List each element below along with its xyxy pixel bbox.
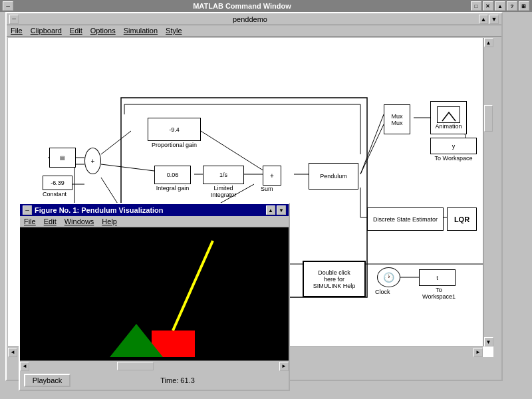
pendulum-label: Pendulum (320, 173, 347, 180)
vscroll-down[interactable]: ▼ (484, 337, 493, 346)
playback-button[interactable]: Playback (24, 374, 70, 387)
fig-hscroll-right[interactable]: ► (279, 362, 289, 371)
int-gain-value: 0.06 (167, 172, 179, 178)
figure-title: Figure No. 1: Pendulum Visualization (35, 206, 266, 214)
fig-hscroll-thumb[interactable] (117, 362, 154, 370)
dse-label: Discrete State Estimator (373, 216, 438, 223)
penddemo-minimize[interactable]: ▲ (479, 15, 488, 24)
dse-block[interactable]: Discrete State Estimator (367, 207, 444, 231)
penddemo-title: penddemo (21, 15, 479, 23)
penddemo-outer-bar: ─ penddemo ▲ ▼ (7, 13, 501, 25)
to-workspace-label: To Workspace (430, 155, 477, 162)
fig-hscroll-track (29, 361, 279, 371)
hscroll-left[interactable]: ◄ (8, 348, 17, 357)
vscroll-track (483, 47, 493, 337)
animation-label: Animation (435, 123, 462, 130)
sum2-label: Sum (261, 186, 273, 192)
pendulum-block[interactable]: Pendulum (309, 163, 358, 190)
to-workspace-block[interactable]: y (430, 138, 477, 154)
clock-label: Clock (375, 289, 390, 295)
input-port-block: ▤ (49, 148, 76, 168)
clock-block[interactable]: 🕐 (377, 267, 400, 287)
matlab-title-bar: ─ MATLAB Command Window □ ✕ ▲ ? ⊞ (0, 0, 532, 12)
limited-integrator-block[interactable]: 1/s (203, 166, 244, 184)
restore-icon[interactable]: □ (471, 1, 481, 11)
simulink-help-block[interactable]: Double click here for SIMULINK Help (303, 261, 366, 297)
constant-value: -6.39 (51, 180, 65, 186)
pendulum-rod (173, 241, 213, 331)
to-workspace1-block[interactable]: t (419, 269, 456, 286)
icon1: ▲ (495, 1, 505, 11)
menu-clipboard[interactable]: Clipboard (31, 27, 62, 35)
figure-bottom-bar: Playback Time: 61.3 (20, 371, 289, 390)
fig-hscroll[interactable]: ◄ ► (20, 360, 289, 371)
lqr-block[interactable]: LQR (447, 207, 477, 231)
menu-file[interactable]: File (11, 27, 23, 35)
limited-integrator-label: Limited Integrator (203, 185, 244, 198)
hscroll-right[interactable]: ► (473, 348, 483, 357)
to-workspace1-label: To Workspace1 (419, 287, 459, 300)
figure-titlebar: ─ Figure No. 1: Pendulum Visualization ▲… (20, 204, 289, 216)
figure-sys-btn[interactable]: ─ (23, 205, 32, 215)
penddemo-sys-btn[interactable]: ─ (9, 15, 19, 24)
menu-options[interactable]: Options (90, 27, 116, 35)
lqr-label: LQR (454, 215, 469, 223)
svg-line-2 (101, 131, 131, 154)
penddemo-menubar: File Clipboard Edit Options Simulation S… (7, 25, 501, 37)
proportional-gain-label: Proportional gain (148, 142, 201, 148)
vscroll-thumb[interactable] (484, 105, 493, 132)
vscroll-up[interactable]: ▲ (484, 38, 493, 47)
figure-min[interactable]: ▲ (266, 205, 275, 215)
close-icon[interactable]: ✕ (483, 1, 493, 11)
menu-style[interactable]: Style (166, 27, 182, 35)
sum1-block: + (84, 148, 101, 174)
proportional-gain-block[interactable]: -9.4 (148, 118, 201, 141)
svg-line-10 (360, 124, 384, 174)
integral-gain-block[interactable]: 0.06 (154, 166, 191, 184)
figure-menubar: File Edit Windows Help (20, 216, 289, 227)
animation-block[interactable]: Animation (430, 101, 467, 134)
fig-hscroll-left[interactable]: ◄ (20, 362, 29, 371)
figure-max[interactable]: ▼ (277, 205, 286, 215)
fig-menu-file[interactable]: File (24, 217, 36, 225)
fig-menu-windows[interactable]: Windows (65, 217, 94, 225)
pendulum-visualization (20, 227, 289, 360)
matlab-title-text: MATLAB Command Window (193, 2, 291, 10)
icon3: ⊞ (519, 1, 529, 11)
minimize-icon[interactable]: ─ (3, 1, 13, 11)
menu-simulation[interactable]: Simulation (124, 27, 158, 35)
time-display: Time: 61.3 (70, 376, 285, 384)
figure-canvas (20, 227, 289, 360)
fig-menu-edit[interactable]: Edit (44, 217, 57, 225)
figure-window: ─ Figure No. 1: Pendulum Visualization ▲… (19, 203, 290, 391)
prop-gain-value: -9.4 (169, 126, 180, 133)
svg-line-4 (201, 131, 264, 171)
menu-edit[interactable]: Edit (70, 27, 82, 35)
fig-menu-help[interactable]: Help (102, 217, 117, 225)
to-ws-value: y (452, 143, 456, 150)
constant-label: Constant (43, 191, 66, 198)
vscroll[interactable]: ▲ ▼ (483, 38, 493, 346)
sum2-block: + (263, 166, 281, 186)
to-ws1-value: t (436, 275, 438, 281)
lim-int-value: 1/s (219, 172, 227, 178)
svg-line-3 (101, 164, 154, 171)
penddemo-maximize[interactable]: ▼ (489, 15, 499, 24)
integral-gain-label: Integral gain (154, 185, 191, 192)
constant-block[interactable]: -6.39 (43, 176, 72, 190)
svg-line-9 (360, 114, 384, 174)
icon2: ? (507, 1, 517, 11)
mux-block[interactable]: Mux Mux (384, 104, 410, 134)
